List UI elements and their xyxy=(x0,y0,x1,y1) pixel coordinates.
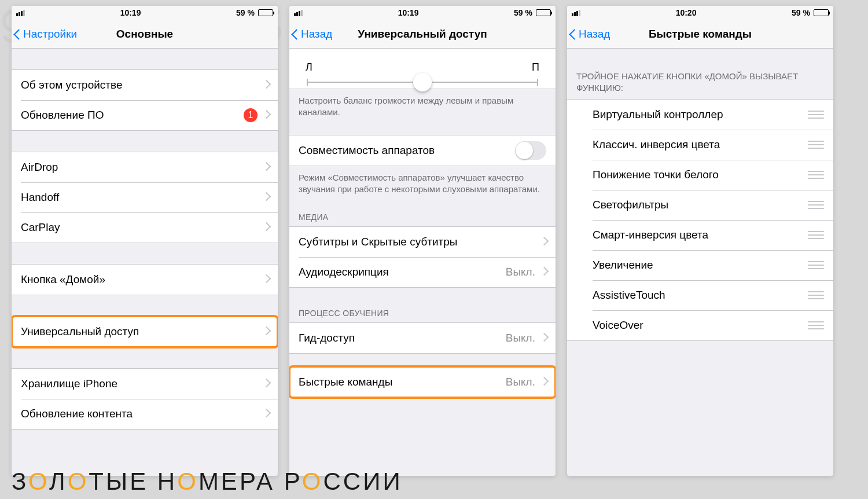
cell-carplay[interactable]: CarPlay xyxy=(12,212,278,243)
slider-thumb[interactable] xyxy=(413,73,432,91)
cell-iphone-storage[interactable]: Хранилище iPhone xyxy=(12,369,278,399)
cell-label: Субтитры и Скрытые субтитры xyxy=(299,236,458,248)
reorder-handle-icon[interactable] xyxy=(808,231,824,239)
cell-airdrop[interactable]: AirDrop xyxy=(12,152,278,182)
chevron-right-icon xyxy=(263,223,269,232)
shortcut-item[interactable]: VoiceOver xyxy=(567,310,833,340)
chevron-right-icon xyxy=(263,111,269,119)
compat-footer: Режим «Совместимость аппаратов» улучшает… xyxy=(289,166,556,198)
cell-label: Виртуальный контроллер xyxy=(593,108,723,121)
shortcut-item[interactable]: AssistiveTouch xyxy=(567,280,833,310)
group-header-tripleclick: ТРОЙНОЕ НАЖАТИЕ КНОПКИ «ДОМОЙ» ВЫЗЫВАЕТ … xyxy=(567,66,833,99)
chevron-right-icon xyxy=(541,334,546,342)
shortcut-item[interactable]: Увеличение xyxy=(567,250,833,280)
reorder-handle-icon[interactable] xyxy=(808,291,824,299)
back-button[interactable]: Назад xyxy=(567,28,610,41)
reorder-handle-icon[interactable] xyxy=(808,321,824,329)
reorder-handle-icon[interactable] xyxy=(808,141,824,149)
balance-slider-row: Л П xyxy=(289,49,556,89)
slider-left-label: Л xyxy=(306,61,312,74)
cell-label: Аудиодескрипция xyxy=(299,266,389,278)
cell-label: Классич. инверсия цвета xyxy=(593,138,720,151)
toggle-hearing-compat[interactable] xyxy=(515,141,546,160)
back-label: Назад xyxy=(301,28,332,41)
slider-right-label: П xyxy=(532,61,539,74)
highlight-accessibility: Универсальный доступ xyxy=(12,316,278,347)
cell-label: Обновление ПО xyxy=(21,109,104,122)
chevron-right-icon xyxy=(263,328,269,336)
chevron-right-icon xyxy=(541,378,546,386)
cell-label: Понижение точки белого xyxy=(593,168,719,181)
cell-label: Совместимость аппаратов xyxy=(299,144,435,157)
signal-icon xyxy=(294,10,303,16)
accessibility-list[interactable]: Л П Настроить баланс громкости между лев… xyxy=(289,49,556,476)
cell-audio-description[interactable]: Аудиодескрипция Выкл. xyxy=(289,257,556,287)
cell-label: Handoff xyxy=(21,191,59,204)
reorder-handle-icon[interactable] xyxy=(808,261,824,269)
cell-label: VoiceOver xyxy=(593,319,643,332)
highlight-shortcuts: Быстрые команды Выкл. xyxy=(289,366,556,398)
cell-label: Светофильтры xyxy=(593,199,668,211)
cell-label: CarPlay xyxy=(21,221,60,234)
battery-icon xyxy=(258,9,273,16)
battery-icon xyxy=(814,9,829,16)
back-label: Настройки xyxy=(23,28,77,41)
reorder-handle-icon[interactable] xyxy=(808,111,824,119)
status-bar: 10:20 59 % xyxy=(567,6,833,20)
battery-icon xyxy=(536,9,551,16)
status-time: 10:20 xyxy=(676,8,697,17)
chevron-right-icon xyxy=(263,410,269,418)
cell-home-button[interactable]: Кнопка «Домой» xyxy=(12,265,278,295)
shortcut-item[interactable]: Смарт-инверсия цвета xyxy=(567,220,833,250)
phone-screen-3: 10:20 59 % Назад Быстрые команды ТРОЙНОЕ… xyxy=(567,6,833,476)
cell-accessibility-shortcut[interactable]: Быстрые команды Выкл. xyxy=(289,367,556,397)
cell-label: AirDrop xyxy=(21,161,58,174)
back-button[interactable]: Настройки xyxy=(12,28,77,41)
phone-screen-2: 10:19 59 % Назад Универсальный доступ Л … xyxy=(289,6,556,476)
status-time: 10:19 xyxy=(398,8,419,17)
cell-accessibility[interactable]: Универсальный доступ xyxy=(12,317,278,347)
cell-detail: Выкл. xyxy=(506,376,535,388)
settings-list[interactable]: Об этом устройстве Обновление ПО 1 xyxy=(12,49,278,476)
chevron-left-icon xyxy=(15,28,22,40)
cell-guided-access[interactable]: Гид-доступ Выкл. xyxy=(289,323,556,353)
chevron-right-icon xyxy=(263,193,269,201)
cell-software-update[interactable]: Обновление ПО 1 xyxy=(12,100,278,130)
battery-percent: 59 % xyxy=(236,8,255,17)
chevron-left-icon xyxy=(571,28,578,40)
cell-label: Обновление контента xyxy=(21,408,133,420)
phone-screen-1: 10:19 59 % Настройки Основные Об этом ус… xyxy=(12,6,278,476)
cell-hearing-compat[interactable]: Совместимость аппаратов xyxy=(289,135,556,166)
shortcut-item[interactable]: Виртуальный контроллер xyxy=(567,100,833,130)
shortcuts-list[interactable]: ТРОЙНОЕ НАЖАТИЕ КНОПКИ «ДОМОЙ» ВЫЗЫВАЕТ … xyxy=(567,49,833,476)
cell-label: Универсальный доступ xyxy=(21,325,139,338)
shortcut-item[interactable]: Классич. инверсия цвета xyxy=(567,130,833,160)
shortcut-item[interactable]: Понижение точки белого xyxy=(567,160,833,190)
chevron-left-icon xyxy=(293,28,300,40)
cell-about[interactable]: Об этом устройстве xyxy=(12,70,278,100)
shortcut-item[interactable]: Светофильтры xyxy=(567,190,833,220)
reorder-handle-icon[interactable] xyxy=(808,171,824,179)
chevron-right-icon xyxy=(541,238,546,246)
cell-label: Быстрые команды xyxy=(299,376,392,388)
nav-bar: Настройки Основные xyxy=(12,20,278,49)
cell-label: Увеличение xyxy=(593,259,653,271)
cell-label: Кнопка «Домой» xyxy=(21,273,105,286)
cell-label: AssistiveTouch xyxy=(593,289,665,302)
signal-icon xyxy=(572,10,580,16)
reorder-handle-icon[interactable] xyxy=(808,201,824,209)
cell-background-refresh[interactable]: Обновление контента xyxy=(12,399,278,429)
cell-subtitles[interactable]: Субтитры и Скрытые субтитры xyxy=(289,227,556,257)
cell-label: Гид-доступ xyxy=(299,332,355,344)
watermark-text: ЗОЛОТЫЕ НОМЕРА РОССИИ xyxy=(12,468,403,496)
chevron-right-icon xyxy=(263,163,269,171)
cell-label: Об этом устройстве xyxy=(21,79,123,91)
balance-slider[interactable] xyxy=(307,82,538,83)
status-bar: 10:19 59 % xyxy=(289,6,556,20)
group-header-media: МЕДИА xyxy=(289,208,556,226)
nav-bar: Назад Универсальный доступ xyxy=(289,20,556,49)
signal-icon xyxy=(16,10,25,16)
cell-handoff[interactable]: Handoff xyxy=(12,182,278,212)
cell-label: Смарт-инверсия цвета xyxy=(593,229,708,241)
back-button[interactable]: Назад xyxy=(289,28,332,41)
